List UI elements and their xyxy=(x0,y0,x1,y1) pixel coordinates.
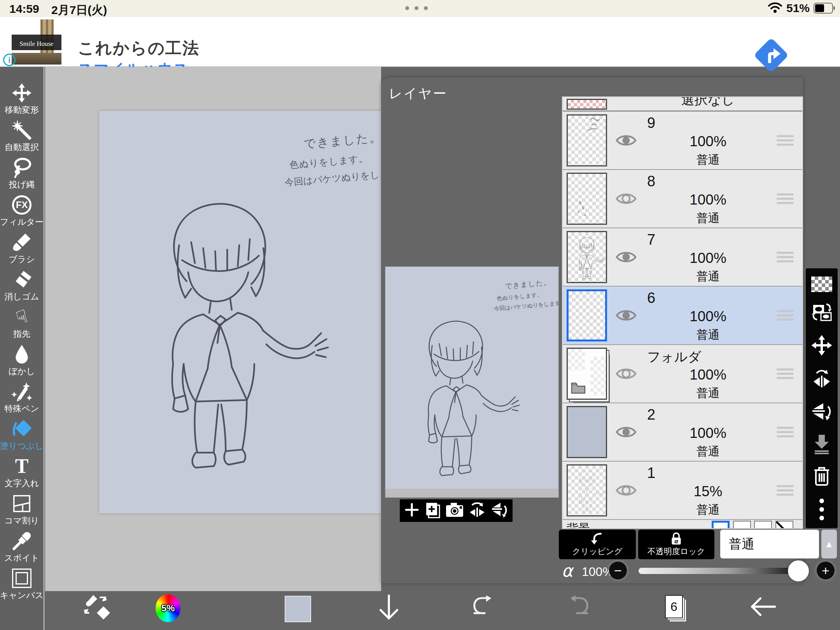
add-layer-icon[interactable] xyxy=(404,502,420,519)
move-transform-icon xyxy=(11,82,32,104)
blend-mode-select[interactable]: 普通 xyxy=(720,530,819,558)
layer-actions-toolbar xyxy=(400,499,513,522)
camera-import-icon[interactable] xyxy=(445,502,464,519)
tool-blur[interactable]: ぼかし xyxy=(0,340,44,377)
tool-fingertip[interactable]: ☟ 指先 xyxy=(0,303,44,340)
brush-eraser-swap-icon[interactable] xyxy=(83,593,114,624)
bg-dark-transparent-option[interactable] xyxy=(754,521,772,529)
layer-opacity: 15% xyxy=(647,483,769,500)
layer-thumbnail[interactable] xyxy=(567,289,607,341)
multitask-dots-icon[interactable] xyxy=(405,6,428,10)
tool-brush[interactable]: ブラシ xyxy=(0,228,44,265)
down-arrow-icon[interactable] xyxy=(376,593,401,623)
bg-none-option[interactable] xyxy=(775,521,793,529)
tool-fill-bucket[interactable]: 塗りつぶし xyxy=(0,415,44,452)
merge-down-icon[interactable] xyxy=(812,433,832,456)
layer-thumbnail[interactable] xyxy=(567,114,607,166)
layer-row-8[interactable]: 8 100% 普通 xyxy=(563,170,802,228)
fingertip-icon: ☟ xyxy=(16,306,27,328)
lasso-icon xyxy=(11,156,32,179)
tool-text[interactable]: T 文字入れ xyxy=(0,452,44,489)
date: 2月7日(火) xyxy=(51,2,107,18)
layer-drag-handle[interactable] xyxy=(777,369,794,379)
visibility-eye-icon[interactable] xyxy=(616,133,637,148)
back-arrow-icon[interactable] xyxy=(749,594,777,621)
canvas-preview[interactable]: できました。 色ぬりをします。 今回はバケツぬりをします， xyxy=(385,266,559,498)
ad-thumbnail-image[interactable]: Smile House xyxy=(12,19,61,65)
layer-drag-handle[interactable] xyxy=(777,485,794,496)
tool-panel-divide[interactable]: コマ割り xyxy=(0,489,44,527)
tool-lasso[interactable]: 投げ縄 xyxy=(0,153,44,191)
undo-icon[interactable] xyxy=(471,594,497,621)
tool-eyedropper[interactable]: スポイト xyxy=(0,527,44,564)
fx-icon: FX xyxy=(12,194,32,216)
bg-transparent-option[interactable] xyxy=(733,521,751,529)
ad-thumbnail-text: Smile House xyxy=(19,38,53,50)
flip-vertical-icon[interactable] xyxy=(811,401,833,424)
visibility-eye-icon[interactable] xyxy=(616,250,637,264)
layer-drag-handle[interactable] xyxy=(777,427,794,438)
tool-filter[interactable]: FX フィルター xyxy=(0,191,44,228)
layer-convert-icon[interactable] xyxy=(811,302,833,324)
color-wheel[interactable]: 5% xyxy=(156,594,180,622)
flip-horizontal-icon[interactable] xyxy=(811,368,832,391)
visibility-eye-icon[interactable] xyxy=(616,191,637,206)
visibility-eye-icon[interactable] xyxy=(616,425,637,439)
flip-vertical-icon[interactable] xyxy=(490,501,508,520)
layer-row-folder[interactable]: フォルダ 100% 普通 xyxy=(563,345,802,403)
opacity-lock-button[interactable]: α 不透明度ロック xyxy=(638,530,714,559)
flip-horizontal-icon[interactable] xyxy=(468,501,486,520)
selection-layer-row[interactable]: 選択なし xyxy=(563,97,802,112)
folder-thumbnail[interactable] xyxy=(567,348,607,400)
layer-row-9[interactable]: 9 100% 普通 xyxy=(563,112,802,170)
tool-special-pen[interactable]: 特殊ペン xyxy=(0,377,44,415)
layer-row-2[interactable]: 2 100% 普通 xyxy=(563,403,802,462)
redo-icon[interactable] xyxy=(565,594,591,621)
layer-thumbnail[interactable] xyxy=(567,406,607,458)
visibility-eye-icon[interactable] xyxy=(616,483,637,498)
svg-text:α: α xyxy=(674,538,678,544)
ad-title[interactable]: これからの工法 xyxy=(78,37,200,59)
current-color-swatch[interactable] xyxy=(285,596,311,622)
layer-drag-handle[interactable] xyxy=(777,252,794,262)
layers-stack-icon[interactable]: 6 xyxy=(665,595,683,618)
layer-thumbnail[interactable] xyxy=(567,231,607,283)
tool-move-transform[interactable]: 移動変形 xyxy=(0,79,44,116)
panel-divide-icon xyxy=(11,492,32,515)
layer-row-7[interactable]: 7 100% 普通 xyxy=(563,228,802,287)
ad-arrow-icon[interactable] xyxy=(753,37,789,73)
layers-panel-title: レイヤー xyxy=(389,85,447,103)
bg-white-option[interactable] xyxy=(712,521,730,529)
more-options-icon[interactable] xyxy=(819,499,824,520)
visibility-eye-icon[interactable] xyxy=(616,366,637,381)
layer-drag-handle[interactable] xyxy=(777,310,794,321)
layer-name: 7 xyxy=(647,231,655,248)
layer-thumbnail[interactable] xyxy=(567,464,607,516)
alpha-increase-button[interactable]: + xyxy=(817,562,835,579)
layer-thumbnail[interactable] xyxy=(567,173,607,225)
layer-row-6[interactable]: 6 100% 普通 xyxy=(563,287,802,345)
blend-mode-expand-button[interactable]: ▲ xyxy=(821,530,837,558)
text-tool-icon: T xyxy=(15,455,29,478)
clipping-button[interactable]: クリッピング xyxy=(559,530,636,559)
layer-drag-handle[interactable] xyxy=(777,135,794,146)
ad-banner[interactable]: Smile House これからの工法 スマイルハウス xyxy=(0,17,840,67)
tool-canvas[interactable]: キャンバス xyxy=(0,564,44,601)
move-layer-icon[interactable] xyxy=(810,334,833,358)
background-layer-row[interactable]: 背景 xyxy=(563,520,802,529)
tool-sidebar: 移動変形 自動選択 投げ縄 FX フィルター ブラシ xyxy=(0,67,44,630)
ad-info-icon[interactable]: i xyxy=(3,54,16,66)
alpha-slider-track[interactable] xyxy=(639,568,808,574)
alpha-decrease-button[interactable]: − xyxy=(609,562,627,579)
layer-row-1[interactable]: 1 15% 普通 xyxy=(563,462,802,520)
duplicate-layer-icon[interactable] xyxy=(424,501,441,520)
alpha-slider-thumb[interactable] xyxy=(788,560,809,581)
visibility-eye-icon[interactable] xyxy=(616,308,637,323)
clear-layer-icon[interactable] xyxy=(811,276,832,292)
trash-icon[interactable] xyxy=(812,466,831,489)
selection-layer-thumbnail[interactable] xyxy=(567,99,607,110)
layer-drag-handle[interactable] xyxy=(777,194,794,204)
drawing-canvas[interactable]: できました。 色ぬりをします。 今回はバケツぬりをします， xyxy=(99,111,395,513)
tool-auto-select[interactable]: 自動選択 xyxy=(0,116,44,153)
tool-eraser[interactable]: 消しゴム xyxy=(0,265,44,303)
